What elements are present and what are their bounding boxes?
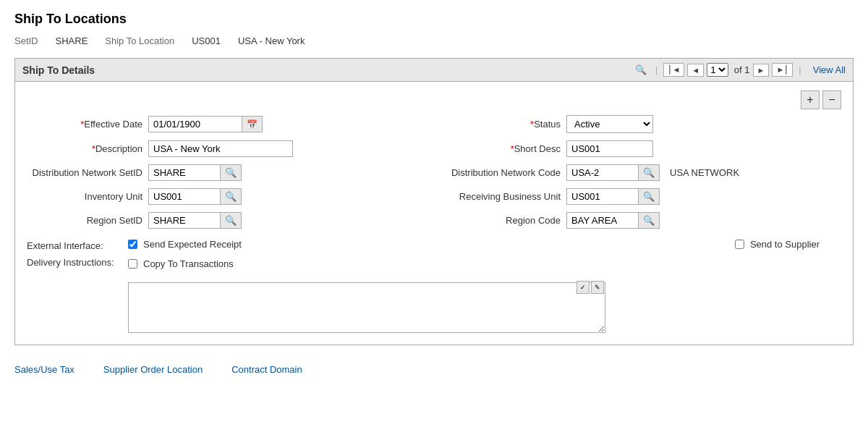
- prev-page-button[interactable]: ◄: [687, 64, 704, 77]
- send-to-supplier-checkbox[interactable]: [735, 240, 744, 249]
- first-page-button[interactable]: ⎮◄: [663, 63, 684, 77]
- add-row-button[interactable]: +: [801, 90, 820, 109]
- ext-delivery-section: External Interface: Delivery Instruction…: [27, 239, 841, 274]
- region-code-group: 🔍: [566, 212, 660, 229]
- dist-network-setid-group: 🔍: [148, 164, 242, 181]
- inventory-unit-row: Inventory Unit 🔍: [27, 188, 423, 205]
- inventory-unit-search-button[interactable]: 🔍: [221, 188, 242, 205]
- send-expected-receipt-row: Send Expected Receipt: [128, 239, 242, 250]
- ship-to-location-code: US001: [192, 35, 221, 46]
- effective-date-label: *Effective Date: [27, 119, 142, 130]
- dist-network-setid-search-button[interactable]: 🔍: [221, 164, 242, 181]
- effective-date-row: *Effective Date 📅: [27, 115, 423, 133]
- send-expected-receipt-checkbox[interactable]: [128, 240, 137, 249]
- copy-to-transactions-label: Copy To Transactions: [143, 258, 234, 269]
- dist-network-setid-row: Distribution Network SetID 🔍: [27, 164, 423, 181]
- checkbox-group: Send Expected Receipt Copy To Transactio…: [128, 239, 242, 274]
- description-label: *Description: [27, 143, 142, 154]
- dist-network-name: USA NETWORK: [670, 167, 739, 178]
- region-setid-group: 🔍: [148, 212, 242, 229]
- short-desc-row: *Short Desc: [445, 140, 841, 157]
- inventory-unit-group: 🔍: [148, 188, 242, 205]
- effective-date-input-group: 📅: [148, 116, 263, 132]
- region-code-input[interactable]: [566, 212, 639, 229]
- dist-network-code-input[interactable]: [566, 164, 639, 181]
- description-row: *Description: [27, 140, 423, 157]
- ship-to-location-label: Ship To Location: [105, 35, 174, 46]
- page-select[interactable]: 1: [707, 63, 728, 77]
- status-label: *Status: [445, 119, 561, 130]
- dist-network-code-label: Distribution Network Code: [445, 167, 561, 178]
- region-code-search-button[interactable]: 🔍: [639, 212, 660, 229]
- ext-delivery-labels: External Interface: Delivery Instruction…: [27, 239, 121, 268]
- calendar-button[interactable]: 📅: [242, 116, 263, 132]
- copy-to-transactions-row: Copy To Transactions: [128, 258, 242, 269]
- dist-network-code-group: 🔍: [566, 164, 660, 181]
- receiving-bu-search-button[interactable]: 🔍: [639, 188, 660, 205]
- receiving-bu-row: Receiving Business Unit 🔍: [445, 188, 841, 205]
- short-desc-label: *Short Desc: [445, 143, 561, 154]
- delivery-instructions-textarea[interactable]: [128, 282, 605, 333]
- textarea-icon-group: ✓ ✎: [576, 281, 604, 294]
- section-header: Ship To Details 🔍 | ⎮◄ ◄ 1 of 1 ► ►⎮ | V…: [15, 59, 853, 82]
- dist-network-code-row: Distribution Network Code 🔍 USA NETWORK: [445, 164, 841, 181]
- receiving-bu-label: Receiving Business Unit: [445, 191, 561, 202]
- contract-domain-link[interactable]: Contract Domain: [231, 364, 302, 375]
- sales-use-tax-link[interactable]: Sales/Use Tax: [14, 364, 75, 375]
- breadcrumb: SetID SHARE Ship To Location US001 USA -…: [14, 35, 854, 46]
- section-body: + − *Effective Date 📅 *Status Active: [15, 82, 853, 345]
- inventory-unit-label: Inventory Unit: [27, 191, 142, 202]
- region-setid-label: Region SetID: [27, 215, 142, 226]
- remove-row-button[interactable]: −: [822, 90, 841, 109]
- receiving-bu-input[interactable]: [566, 188, 639, 205]
- ext-interface-label: External Interface:: [27, 240, 121, 251]
- inventory-unit-input[interactable]: [148, 188, 221, 205]
- next-page-button[interactable]: ►: [753, 64, 770, 77]
- status-row: *Status Active Inactive: [445, 115, 841, 133]
- dist-network-code-search-button[interactable]: 🔍: [639, 164, 660, 181]
- region-code-row: Region Code 🔍: [445, 212, 841, 229]
- dist-network-setid-label: Distribution Network SetID: [27, 167, 142, 178]
- copy-to-transactions-checkbox[interactable]: [128, 259, 137, 269]
- section-title: Ship To Details: [22, 64, 635, 76]
- send-to-supplier-section: Send to Supplier: [249, 239, 841, 254]
- textarea-section: ✓ ✎: [27, 279, 841, 333]
- form-grid: *Effective Date 📅 *Status Active Inactiv…: [27, 115, 841, 229]
- dist-network-setid-input[interactable]: [148, 164, 221, 181]
- footer-links: Sales/Use Tax Supplier Order Location Co…: [14, 357, 854, 378]
- send-to-supplier-label: Send to Supplier: [750, 239, 820, 250]
- region-setid-search-button[interactable]: 🔍: [221, 212, 242, 229]
- delivery-instructions-label: Delivery Instructions:: [27, 257, 121, 268]
- setid-value: SHARE: [56, 35, 88, 46]
- delivery-textarea-wrapper: ✓ ✎: [128, 279, 605, 333]
- short-desc-input[interactable]: [566, 140, 653, 157]
- pagination-controls: 🔍 | ⎮◄ ◄ 1 of 1 ► ►⎮ | View All: [635, 63, 846, 77]
- supplier-order-location-link[interactable]: Supplier Order Location: [103, 364, 203, 375]
- page-title: Ship To Locations: [14, 12, 854, 27]
- of-pages-label: of 1: [731, 64, 749, 75]
- add-remove-controls: + −: [27, 90, 841, 109]
- send-to-supplier-row: Send to Supplier: [735, 239, 820, 250]
- edit-button[interactable]: ✎: [591, 281, 604, 294]
- effective-date-input[interactable]: [148, 116, 242, 132]
- ship-to-location-name: USA - New York: [238, 35, 305, 46]
- ship-to-details-section: Ship To Details 🔍 | ⎮◄ ◄ 1 of 1 ► ►⎮ | V…: [14, 58, 854, 345]
- last-page-button[interactable]: ►⎮: [772, 63, 793, 77]
- view-all-link[interactable]: View All: [813, 64, 846, 75]
- region-code-label: Region Code: [445, 215, 561, 226]
- region-setid-row: Region SetID 🔍: [27, 212, 423, 229]
- setid-label: SetID: [14, 35, 38, 46]
- spell-check-button[interactable]: ✓: [576, 281, 590, 294]
- status-select[interactable]: Active Inactive: [566, 115, 653, 133]
- description-input[interactable]: [148, 140, 293, 157]
- send-expected-receipt-label: Send Expected Receipt: [143, 239, 242, 250]
- region-setid-input[interactable]: [148, 212, 221, 229]
- receiving-bu-group: 🔍: [566, 188, 660, 205]
- search-icon[interactable]: 🔍: [635, 64, 647, 75]
